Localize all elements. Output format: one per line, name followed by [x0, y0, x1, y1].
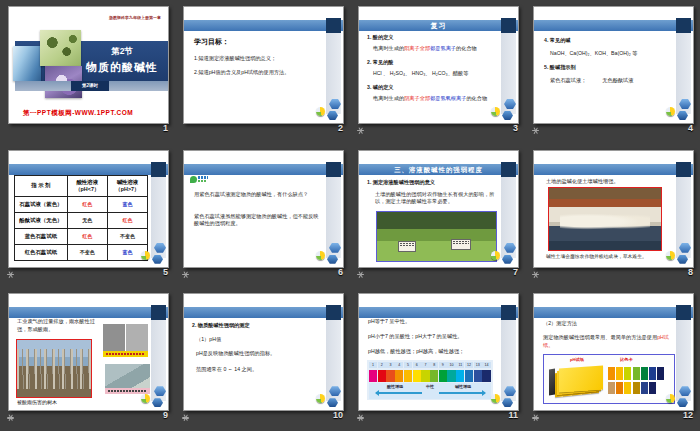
slide-number: 4 [688, 123, 693, 133]
common-bases-label: 4. 常见的碱 [544, 37, 571, 45]
header-band [534, 307, 693, 318]
header-band: 复习 [359, 20, 518, 31]
acid-arrow [376, 392, 422, 394]
slide-number: 9 [163, 410, 168, 420]
band-corner-block [151, 305, 166, 320]
slide-thumbnail-3[interactable]: 复习 1. 酸的定义 电离时生成的阳离子全部都是氢离子的化合物 2. 常见的酸 … [358, 6, 519, 124]
ph-scale-swatches [369, 370, 491, 382]
slide-number: 7 [513, 267, 518, 277]
objective-item-1: 1.知道测定溶液酸碱性强弱的意义； [194, 55, 324, 63]
slide-thumbnail-7[interactable]: 三、溶液酸碱性的强弱程度 1. 测定溶液酸碱性强弱的意义 土壤的酸碱性的强弱对农… [358, 150, 519, 268]
photo-caption-bar [103, 351, 148, 357]
ph-range: 范围通常在 0 ～ 14 之间。 [196, 366, 324, 374]
slide-thumbnail-9[interactable]: 工业废气的过量排放，雨水酸性过强，形成酸雨。 被酸雨伤害的树木 [8, 293, 169, 411]
color-comparison-card [608, 365, 670, 399]
header-band [534, 164, 693, 175]
header-band [9, 164, 168, 175]
meaning-body: 土壤的酸碱性的强弱对农作物生长有很大的影响，所以，测定土壤的酸碱性非常必要。 [375, 191, 497, 207]
slide-cell-11: pH等于7 呈中性。 pH小于7 的呈酸性；pH大于7 的呈碱性。 pH越低，酸… [350, 287, 525, 431]
table-row: 酚酞试液（无色） 无色 红色 [15, 212, 148, 228]
hexagon-ornament-icon [139, 243, 167, 264]
slide-number: 11 [508, 410, 518, 420]
card-top-row [608, 367, 670, 380]
ph-neutral-line: pH等于7 呈中性。 [368, 318, 410, 326]
transition-star-icon [357, 127, 364, 134]
transition-star-icon [357, 414, 364, 421]
objective-item-2: 2.知道pH值的含义及pH试纸的使用方法。 [194, 69, 324, 77]
slide-cell-6: 用紫色石蕊试液测定物质的酸碱性，有什么缺点？ 紫色石蕊试液虽然能够测定物质的酸碱… [175, 144, 350, 288]
slide-cell-7: 三、溶液酸碱性的强弱程度 1. 测定溶液酸碱性强弱的意义 土壤的酸碱性的强弱对农… [350, 144, 525, 288]
slide-thumbnail-5[interactable]: 指 示 剂 酸性溶液（pH<7） 碱性溶液（pH>7） 石蕊试液（紫色） 红色 … [8, 150, 169, 268]
slide-thumbnail-10[interactable]: 2. 物质酸碱性强弱的测定 （1）pH值 pH是反映物质酸碱性强弱的指标。 范围… [183, 293, 344, 411]
slide-sorter-grid: 浙教版科学九年级上册第一章 第2节 物质的酸碱性 第2课时 第一PPT模板网-W… [0, 0, 700, 431]
hexagon-ornament-icon [489, 386, 517, 407]
template-site-footer: 第一PPT模板网-WWW.1PPT.COM [23, 109, 133, 118]
salinization-text: 土地的盐碱化使土壤碱性增强。 [546, 178, 672, 186]
band-corner-block [501, 162, 516, 177]
slide-thumbnail-1[interactable]: 浙教版科学九年级上册第一章 第2节 物质的酸碱性 第2课时 第一PPT模板网-W… [8, 6, 169, 124]
method-label: （2）测定方法 [543, 320, 577, 328]
slide-number: 1 [163, 123, 168, 133]
hexagon-ornament-icon [489, 99, 517, 120]
slide-thumbnail-8[interactable]: 土地的盐碱化使土壤碱性增强。 碱性土壤会腐蚀农作物并板结成块，草木难生。 [533, 150, 694, 268]
base-definition-label: 3. 碱的定义 [367, 84, 394, 92]
neutral-label: 中性 [426, 384, 434, 389]
slide-cell-4: 4. 常见的碱 NaOH、Ca(OH)₂、KOH、Ba(OH)₂ 等 5. 酸碱… [525, 0, 700, 144]
discussion-logo-icon [190, 175, 208, 184]
slide-number: 5 [163, 267, 168, 277]
slide-thumbnail-6[interactable]: 用紫色石蕊试液测定物质的酸碱性，有什么缺点？ 紫色石蕊试液虽然能够测定物质的酸碱… [183, 150, 344, 268]
slide-title: 复习 [359, 20, 518, 31]
hexagon-ornament-icon [314, 243, 342, 264]
slide-number: 2 [338, 123, 343, 133]
col-indicator: 指 示 剂 [15, 175, 68, 196]
transition-star-icon [532, 271, 539, 278]
hexagon-ornament-icon [489, 243, 517, 264]
measurement-label: 2. 物质酸碱性强弱的测定 [192, 322, 250, 330]
answer-text: 紫色石蕊试液虽然能够测定物质的酸碱性，但不能反映酸碱性的强弱程度。 [194, 213, 322, 229]
field-sign [398, 241, 416, 252]
objectives-heading: 学习目标： [194, 37, 229, 47]
base-definition-text: 电离时生成的阴离子全部都是氢氧根离子的化合物 [373, 95, 503, 103]
question-text: 用紫色石蕊试液测定物质的酸碱性，有什么缺点？ [194, 191, 324, 199]
band-corner-block [501, 305, 516, 320]
transition-star-icon [357, 271, 364, 278]
band-corner-block [501, 18, 516, 33]
chapter-note: 浙教版科学九年级上册第一章 [109, 15, 161, 20]
lesson-title: 物质的酸碱性 [75, 60, 169, 75]
band-corner-block [676, 162, 691, 177]
slide-thumbnail-4[interactable]: 4. 常见的碱 NaOH、Ca(OH)₂、KOH、Ba(OH)₂ 等 5. 酸碱… [533, 6, 694, 124]
slide-thumbnail-2[interactable]: 学习目标： 1.知道测定溶液酸碱性强弱的意义； 2.知道pH值的含义及pH试纸的… [183, 6, 344, 124]
table-header-row: 指 示 剂 酸性溶液（pH<7） 碱性溶液（pH>7） [15, 175, 148, 196]
transition-star-icon [532, 127, 539, 134]
color-card-label: 比色卡 [620, 357, 633, 362]
slide-title: 三、溶液酸碱性的强弱程度 [359, 164, 518, 175]
slide-cell-3: 复习 1. 酸的定义 电离时生成的阳离子全部都是氢离子的化合物 2. 常见的酸 … [350, 0, 525, 144]
common-acids-label: 2. 常见的酸 [367, 59, 394, 67]
header-band [534, 20, 693, 31]
lesson-badge: 第2课时 [71, 81, 109, 91]
test-tubes-photo [13, 46, 41, 81]
acid-definition-label: 1. 酸的定义 [367, 34, 394, 42]
slide-thumbnail-11[interactable]: pH等于7 呈中性。 pH小于7 的呈酸性；pH大于7 的呈碱性。 pH越低，酸… [358, 293, 519, 411]
table-row: 红色石蕊试纸 不变色 蓝色 [15, 244, 148, 260]
band-corner-block [151, 162, 166, 177]
transition-star-icon [182, 414, 189, 421]
hexagon-ornament-icon [314, 386, 342, 407]
header-band [184, 164, 343, 175]
slide-number: 3 [513, 123, 518, 133]
meaning-label: 1. 测定溶液酸碱性强弱的意义 [367, 179, 435, 187]
section-title: 第2节 [87, 46, 157, 58]
hexagon-ornament-icon [664, 386, 692, 407]
acid-increase-label: 酸性增强 [387, 384, 403, 389]
header-band [184, 307, 343, 318]
transition-star-icon [7, 271, 14, 278]
table-row: 石蕊试液（紫色） 红色 蓝色 [15, 196, 148, 212]
slide-thumbnail-12[interactable]: （2）测定方法 测定物质酸碱性强弱最常用、最简单的方法是使用pH试纸。 pH试纸… [533, 293, 694, 411]
transition-star-icon [182, 271, 189, 278]
slide-number: 6 [338, 267, 343, 277]
slide-cell-1: 浙教版科学九年级上册第一章 第2节 物质的酸碱性 第2课时 第一PPT模板网-W… [0, 0, 175, 144]
alkaline-soil-caption: 碱性土壤会腐蚀农作物并板结成块，草木难生。 [546, 253, 680, 260]
ph-paper-figure: pH试纸 比色卡 [543, 354, 675, 404]
band-corner-block [676, 18, 691, 33]
hexagon-ornament-icon [664, 99, 692, 120]
